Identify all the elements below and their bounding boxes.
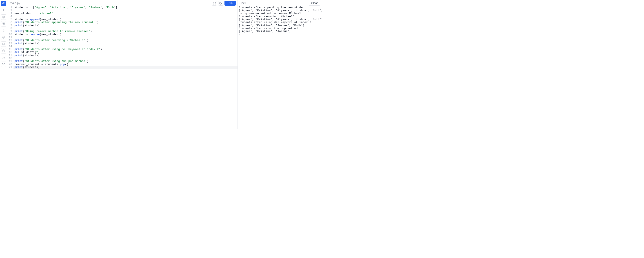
code-body[interactable]: students = ['Agnes', 'Kristina', 'Alyann… <box>14 6 238 129</box>
run-button[interactable]: Run <box>224 1 236 6</box>
lang-c-icon[interactable]: C <box>1 34 6 40</box>
output-line: Students after removing 'Michael' <box>239 15 321 18</box>
lang-cpp-icon[interactable]: C <box>1 41 6 47</box>
code-line[interactable]: print('Students after removing \'Michael… <box>14 39 238 42</box>
code-line[interactable]: students.remove(new_student) <box>14 33 238 36</box>
lang-java-icon[interactable] <box>1 28 6 33</box>
code-line[interactable]: print('Using remove method to remove Mic… <box>14 30 238 33</box>
code-line[interactable]: print(students) <box>14 66 238 69</box>
lang-go-icon[interactable]: GO <box>1 62 6 67</box>
code-line[interactable]: students = ['Agnes', 'Kristina', 'Alyann… <box>14 6 238 9</box>
line-gutter: 123456789101112131415161718192021 <box>7 6 14 129</box>
output-line: Using remove method to remove Michael <box>239 12 321 15</box>
lang-csharp-icon[interactable]: C <box>1 48 6 54</box>
file-tab[interactable]: main.py <box>7 0 23 6</box>
code-line[interactable] <box>14 27 238 30</box>
code-line[interactable] <box>14 36 238 39</box>
fullscreen-icon[interactable] <box>212 1 217 6</box>
output-line: ['Agnes', 'Kristina', 'Alyanna', 'Joshua… <box>239 18 321 21</box>
language-sidebar: R C C C JS GO <box>0 0 7 129</box>
clear-button[interactable]: Clear <box>309 1 320 6</box>
svg-text:C: C <box>3 44 4 45</box>
code-line[interactable]: print(students) <box>14 42 238 45</box>
svg-text:C: C <box>3 50 4 52</box>
code-line[interactable]: del students[2] <box>14 51 238 54</box>
editor-toolbar: main.py Run <box>7 0 238 6</box>
shell-toolbar: Shell Clear <box>238 0 322 6</box>
code-line[interactable]: print('Students after using the pop meth… <box>14 60 238 63</box>
lang-r-icon[interactable]: R <box>1 8 6 13</box>
lang-js-icon[interactable]: JS <box>1 55 6 60</box>
output-line: Students after using the pop method <box>239 27 321 30</box>
output-line: Students after appending the new student… <box>239 6 321 9</box>
shell-label: Shell <box>240 1 309 5</box>
svg-text:C: C <box>3 37 4 38</box>
theme-toggle-icon[interactable] <box>218 1 223 6</box>
svg-point-1 <box>2 16 4 17</box>
code-line[interactable] <box>14 9 238 12</box>
code-line[interactable]: print('Students after using del keyword … <box>14 48 238 51</box>
main-area: main.py Run Shell Clear 1234567891011121… <box>7 0 322 129</box>
code-line[interactable]: print('Students after appending the new … <box>14 21 238 24</box>
code-line[interactable] <box>14 57 238 60</box>
svg-point-0 <box>3 3 3 3</box>
top-bar: main.py Run Shell Clear <box>7 0 322 6</box>
shell-output[interactable]: Students after appending the new student… <box>238 6 322 129</box>
output-line: ['Agnes', 'Kristina', 'Joshua', 'Ruth'] <box>239 24 321 27</box>
code-editor[interactable]: 123456789101112131415161718192021 studen… <box>7 6 238 129</box>
content-area: 123456789101112131415161718192021 studen… <box>7 6 322 129</box>
output-line: Students after using del keyword at inde… <box>239 21 321 24</box>
code-line[interactable]: print(students) <box>14 54 238 57</box>
lang-db-icon[interactable] <box>1 14 6 20</box>
code-line[interactable]: students.append(new_student) <box>14 18 238 21</box>
code-line[interactable] <box>14 45 238 48</box>
output-line: ['Agnes', 'Kristina', 'Joshua'] <box>239 30 321 33</box>
code-line[interactable]: removed_student = students.pop() <box>14 63 238 66</box>
output-line: ['Agnes', 'Kristina', 'Alyanna', 'Joshua… <box>239 9 321 12</box>
code-line[interactable]: new_student = 'Michael' <box>14 12 238 15</box>
lang-html-icon[interactable] <box>1 21 6 26</box>
code-line[interactable]: print(students) <box>14 24 238 27</box>
code-line[interactable] <box>14 15 238 18</box>
lang-python-icon[interactable] <box>1 1 6 6</box>
shell-prompt[interactable]: > <box>239 33 321 36</box>
